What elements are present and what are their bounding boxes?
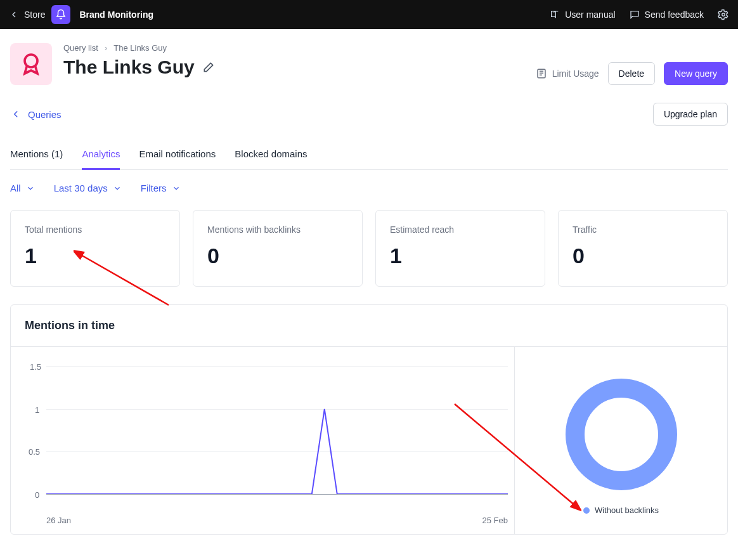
page-title-text: The Links Guy <box>63 56 195 78</box>
tab-analytics[interactable]: Analytics <box>82 148 120 170</box>
new-query-button[interactable]: New query <box>664 62 728 85</box>
breadcrumb-current: The Links Guy <box>113 43 167 53</box>
card-value: 1 <box>25 244 165 268</box>
header-row: Query list › The Links Guy The Links Guy… <box>10 43 728 85</box>
usage-icon <box>536 68 547 79</box>
limit-usage-label: Limit Usage <box>552 68 599 79</box>
breadcrumb: Query list › The Links Guy <box>63 43 215 53</box>
topbar: Store Brand Monitoring User manual Send … <box>0 0 738 29</box>
line-chart: 1.5 1 0.5 0 26 Jan 25 Feb <box>11 347 515 534</box>
send-feedback-link[interactable]: Send feedback <box>630 10 704 20</box>
tab-blocked-domains[interactable]: Blocked domains <box>235 148 307 169</box>
y-tick: 0 <box>35 490 39 500</box>
filter-all-label: All <box>10 183 21 193</box>
header-actions: Limit Usage Delete New query <box>536 43 728 85</box>
legend-label: Without backlinks <box>595 505 659 515</box>
subheader: Queries Upgrade plan <box>10 103 728 126</box>
tab-mentions[interactable]: Mentions (1) <box>10 148 63 169</box>
svg-point-1 <box>25 55 37 67</box>
chart-row: 1.5 1 0.5 0 26 Jan 25 Feb <box>11 346 727 534</box>
card-reach: Estimated reach 1 <box>375 210 545 287</box>
filter-range-label: Last 30 days <box>54 183 108 193</box>
card-total-mentions: Total mentions 1 <box>10 210 180 287</box>
send-feedback-label: Send feedback <box>645 10 704 20</box>
filter-all[interactable]: All <box>10 183 35 193</box>
ribbon-icon <box>18 51 44 77</box>
y-tick: 1 <box>35 405 39 415</box>
card-value: 0 <box>207 244 348 268</box>
feedback-icon <box>630 10 640 20</box>
mentions-panel: Mentions in time 1.5 1 0.5 0 <box>10 304 728 535</box>
x-tick-end: 25 Feb <box>482 516 508 525</box>
app-icon <box>51 5 70 24</box>
donut-ring <box>566 379 677 490</box>
y-tick: 0.5 <box>29 447 40 457</box>
delete-button[interactable]: Delete <box>608 62 655 85</box>
upgrade-plan-button[interactable]: Upgrade plan <box>653 103 728 126</box>
arrow-left-icon <box>9 10 19 20</box>
arrow-left-icon <box>10 108 22 120</box>
filter-date-range[interactable]: Last 30 days <box>54 183 122 193</box>
back-link-label: Queries <box>28 109 62 120</box>
back-to-queries[interactable]: Queries <box>10 108 62 120</box>
panel-title: Mentions in time <box>11 305 727 332</box>
edit-icon[interactable] <box>202 61 215 74</box>
gear-icon[interactable] <box>718 9 729 20</box>
legend-dot-icon <box>583 507 590 514</box>
card-traffic: Traffic 0 <box>558 210 728 287</box>
chevron-down-icon <box>113 184 122 193</box>
page: Query list › The Links Guy The Links Guy… <box>0 29 738 535</box>
chart-area: 1.5 1 0.5 0 <box>46 366 508 512</box>
store-label: Store <box>24 10 45 20</box>
user-manual-label: User manual <box>565 10 615 20</box>
breadcrumb-root[interactable]: Query list <box>63 43 98 53</box>
svg-point-0 <box>722 13 725 16</box>
card-label: Estimated reach <box>390 225 531 235</box>
filter-filters-label: Filters <box>141 183 167 193</box>
card-label: Mentions with backlinks <box>207 225 348 235</box>
tabs: Mentions (1) Analytics Email notificatio… <box>10 148 728 170</box>
breadcrumb-separator: › <box>105 43 107 53</box>
x-axis: 26 Jan 25 Feb <box>46 516 508 525</box>
page-title: The Links Guy <box>63 56 215 78</box>
stat-cards: Total mentions 1 Mentions with backlinks… <box>10 210 728 287</box>
user-manual-link[interactable]: User manual <box>550 10 615 20</box>
back-to-store[interactable]: Store <box>9 10 45 20</box>
card-label: Traffic <box>573 225 713 235</box>
app-badge <box>10 43 52 85</box>
filter-filters[interactable]: Filters <box>141 183 181 193</box>
tab-email-notifications[interactable]: Email notifications <box>139 148 216 169</box>
app-title: Brand Monitoring <box>79 10 153 20</box>
card-value: 1 <box>390 244 531 268</box>
card-backlinks: Mentions with backlinks 0 <box>193 210 363 287</box>
limit-usage-link[interactable]: Limit Usage <box>536 68 599 79</box>
chevron-down-icon <box>26 184 35 193</box>
x-tick-start: 26 Jan <box>46 516 71 525</box>
chevron-down-icon <box>172 184 181 193</box>
bell-icon <box>55 9 67 20</box>
book-icon <box>550 10 560 20</box>
filter-bar: All Last 30 days Filters <box>10 183 728 193</box>
card-value: 0 <box>573 244 713 268</box>
y-tick: 1.5 <box>30 362 41 372</box>
donut-chart: Without backlinks <box>515 347 727 534</box>
card-label: Total mentions <box>25 225 165 235</box>
legend-item: Without backlinks <box>583 505 659 515</box>
line-path <box>46 366 508 494</box>
